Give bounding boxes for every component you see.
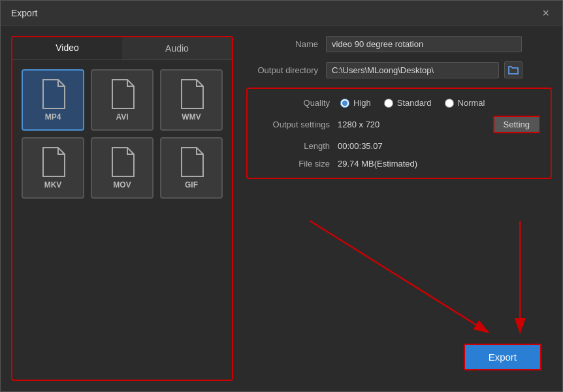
close-button[interactable]: × xyxy=(539,7,552,19)
mkv-icon xyxy=(40,146,66,178)
format-grid: MP4 AVI WMV xyxy=(12,60,232,208)
avi-icon xyxy=(109,78,135,110)
output-settings-row: Output settings 1280 x 720 Setting xyxy=(258,116,540,133)
quality-standard[interactable]: Standard xyxy=(384,98,432,108)
wmv-label: WMV xyxy=(182,112,201,122)
dialog-title: Export xyxy=(11,8,37,18)
name-input[interactable] xyxy=(326,36,522,52)
mkv-label: MKV xyxy=(44,180,62,189)
mov-icon xyxy=(109,146,135,178)
format-gif[interactable]: GIF xyxy=(160,137,223,199)
output-dir-row: Output directory xyxy=(246,61,552,78)
output-dir-label: Output directory xyxy=(246,65,318,75)
export-button[interactable]: Export xyxy=(464,344,541,370)
length-value: 00:00:35.07 xyxy=(338,141,383,151)
name-row: Name xyxy=(246,36,552,52)
radio-standard[interactable] xyxy=(384,99,393,108)
format-mkv[interactable]: MKV xyxy=(22,137,84,199)
right-panel: Name Output directory xyxy=(246,36,552,381)
format-panel: Video Audio MP4 A xyxy=(11,36,233,381)
radio-normal-label: Normal xyxy=(458,98,485,108)
mp4-icon xyxy=(40,78,66,110)
gif-icon xyxy=(178,146,204,178)
radio-high[interactable] xyxy=(340,99,349,108)
main-content: Video Audio MP4 A xyxy=(1,25,562,391)
tab-video[interactable]: Video xyxy=(12,37,122,59)
tab-bar: Video Audio xyxy=(12,37,232,60)
mp4-label: MP4 xyxy=(45,112,61,122)
mov-label: MOV xyxy=(113,180,131,189)
output-settings-label: Output settings xyxy=(258,120,330,129)
svg-line-1 xyxy=(310,221,489,333)
title-bar: Export × xyxy=(1,1,562,25)
dir-input[interactable] xyxy=(326,62,499,78)
wmv-icon xyxy=(178,78,204,110)
folder-icon xyxy=(508,65,519,74)
format-mp4[interactable]: MP4 xyxy=(22,69,84,131)
radio-normal[interactable] xyxy=(445,99,454,108)
gif-label: GIF xyxy=(185,180,198,189)
length-label: Length xyxy=(258,141,330,151)
settings-box: Quality High Standard Normal xyxy=(246,88,552,179)
bottom-area: Export xyxy=(246,188,552,381)
dir-row xyxy=(326,61,523,78)
setting-button[interactable]: Setting xyxy=(493,116,540,133)
quality-high[interactable]: High xyxy=(340,98,371,108)
radio-high-label: High xyxy=(353,98,371,108)
quality-label: Quality xyxy=(258,98,330,108)
output-settings-left: Output settings 1280 x 720 xyxy=(258,120,379,129)
format-avi[interactable]: AVI xyxy=(91,69,153,131)
file-size-row: File size 29.74 MB(Estimated) xyxy=(258,159,540,169)
format-mov[interactable]: MOV xyxy=(91,137,153,199)
tab-audio[interactable]: Audio xyxy=(122,37,232,59)
name-label: Name xyxy=(246,39,318,49)
quality-normal[interactable]: Normal xyxy=(445,98,485,108)
folder-button[interactable] xyxy=(504,61,523,78)
export-dialog: Export × Video Audio MP4 xyxy=(0,0,563,392)
file-size-label: File size xyxy=(258,159,330,169)
file-size-value: 29.74 MB(Estimated) xyxy=(338,159,417,169)
radio-standard-label: Standard xyxy=(397,98,432,108)
quality-radio-group: High Standard Normal xyxy=(340,98,485,108)
format-wmv[interactable]: WMV xyxy=(160,69,223,131)
output-settings-value: 1280 x 720 xyxy=(338,120,379,129)
length-row: Length 00:00:35.07 xyxy=(258,141,540,151)
quality-row: Quality High Standard Normal xyxy=(258,98,540,108)
avi-label: AVI xyxy=(116,112,128,122)
